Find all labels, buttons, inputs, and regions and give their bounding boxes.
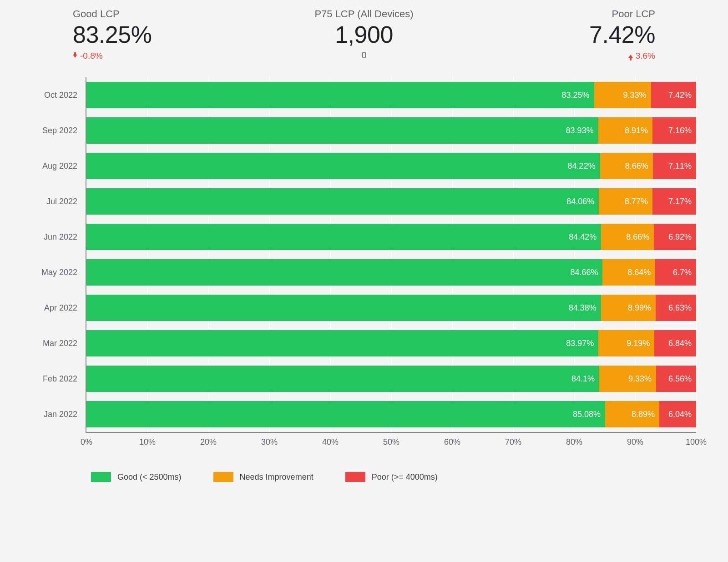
legend-label: Good (< 2500ms) xyxy=(117,472,182,482)
x-axis-tick-label: 70% xyxy=(505,437,521,447)
bar-segment-poor: 6.84% xyxy=(654,330,696,356)
legend-item-poor: Poor (>= 4000ms) xyxy=(345,472,438,482)
x-axis-tick-label: 30% xyxy=(261,437,278,447)
bar-row: 84.38%8.99%6.63% xyxy=(86,290,696,326)
stacked-bar-chart: Oct 2022Sep 2022Aug 2022Jul 2022Jun 2022… xyxy=(32,77,696,450)
plot-area: 83.25%9.33%7.42%83.93%8.91%7.16%84.22%8.… xyxy=(86,77,696,433)
stacked-bar: 83.97%9.19%6.84% xyxy=(86,330,696,356)
stacked-bar: 84.42%8.66%6.92% xyxy=(86,224,696,250)
legend-swatch-icon xyxy=(213,472,233,482)
legend-item-good: Good (< 2500ms) xyxy=(91,472,182,482)
bar-segment-good: 85.08% xyxy=(86,401,605,427)
y-axis-tick-label: Jul 2022 xyxy=(32,184,86,219)
bar-segment-needs-improvement: 8.89% xyxy=(605,401,659,427)
bar-segment-poor: 6.04% xyxy=(659,401,696,427)
bar-segment-needs-improvement: 8.91% xyxy=(598,117,652,144)
legend-swatch-icon xyxy=(345,472,365,482)
stacked-bar: 85.08%8.89%6.04% xyxy=(86,401,696,427)
bar-segment-needs-improvement: 9.33% xyxy=(594,82,651,108)
kpi-label: Good LCP xyxy=(73,8,200,20)
y-axis-tick-label: Feb 2022 xyxy=(32,361,86,396)
legend-swatch-icon xyxy=(91,472,111,482)
y-axis-tick-label: Jan 2022 xyxy=(32,396,86,432)
stacked-bar: 84.06%8.77%7.17% xyxy=(86,188,696,215)
bar-segment-poor: 7.16% xyxy=(652,117,696,144)
x-axis: 0%10%20%30%40%50%60%70%80%90%100% xyxy=(86,437,696,450)
y-axis-labels: Oct 2022Sep 2022Aug 2022Jul 2022Jun 2022… xyxy=(32,77,86,433)
bars-container: 83.25%9.33%7.42%83.93%8.91%7.16%84.22%8.… xyxy=(86,77,696,432)
bar-segment-needs-improvement: 9.19% xyxy=(598,330,654,356)
y-axis-tick-label: Mar 2022 xyxy=(32,326,86,361)
bar-segment-poor: 6.63% xyxy=(656,295,696,321)
legend-item-needs-improvement: Needs Improvement xyxy=(213,472,313,482)
stacked-bar: 83.93%8.91%7.16% xyxy=(86,117,696,144)
bar-segment-needs-improvement: 9.33% xyxy=(599,366,656,392)
bar-segment-good: 84.38% xyxy=(86,295,601,321)
bar-segment-good: 84.06% xyxy=(86,188,599,215)
kpi-poor-lcp: Poor LCP 7.42% 3.6% xyxy=(528,8,655,61)
x-axis-tick-label: 40% xyxy=(322,437,339,447)
y-axis-tick-label: May 2022 xyxy=(32,255,86,290)
bar-segment-poor: 6.92% xyxy=(654,224,696,250)
bar-segment-needs-improvement: 8.77% xyxy=(599,188,652,215)
stacked-bar: 84.66%8.64%6.7% xyxy=(86,259,696,286)
stacked-bar: 83.25%9.33%7.42% xyxy=(86,82,696,108)
arrow-up-icon xyxy=(628,55,633,58)
bar-segment-poor: 6.56% xyxy=(656,366,696,392)
x-axis-tick-label: 90% xyxy=(627,437,643,447)
stacked-bar: 84.38%8.99%6.63% xyxy=(86,295,696,321)
kpi-delta: 3.6% xyxy=(628,51,655,61)
kpi-value: 83.25% xyxy=(73,21,200,48)
x-axis-tick-label: 10% xyxy=(139,437,156,447)
kpi-subvalue: 0 xyxy=(200,50,528,60)
bar-row: 84.66%8.64%6.7% xyxy=(86,255,696,290)
bar-segment-needs-improvement: 8.66% xyxy=(600,153,653,179)
legend-label: Needs Improvement xyxy=(240,472,313,482)
bar-row: 84.42%8.66%6.92% xyxy=(86,219,696,255)
kpi-good-lcp: Good LCP 83.25% -0.8% xyxy=(73,8,200,61)
bar-row: 83.93%8.91%7.16% xyxy=(86,113,696,148)
x-axis-tick-label: 60% xyxy=(444,437,460,447)
kpi-value: 1,900 xyxy=(200,21,528,48)
x-axis-tick-label: 50% xyxy=(383,437,399,447)
kpi-value: 7.42% xyxy=(528,21,655,48)
kpi-label: P75 LCP (All Devices) xyxy=(200,8,528,20)
y-axis-tick-label: Oct 2022 xyxy=(32,77,86,113)
stacked-bar: 84.22%8.66%7.11% xyxy=(86,153,696,179)
kpi-p75-lcp: P75 LCP (All Devices) 1,900 0 xyxy=(200,8,528,61)
y-axis-tick-label: Apr 2022 xyxy=(32,290,86,326)
bar-segment-needs-improvement: 8.99% xyxy=(601,295,656,321)
legend: Good (< 2500ms) Needs Improvement Poor (… xyxy=(91,472,728,482)
kpi-row: Good LCP 83.25% -0.8% P75 LCP (All Devic… xyxy=(0,0,728,64)
kpi-delta-value: -0.8% xyxy=(80,51,103,61)
bar-segment-good: 83.25% xyxy=(86,82,594,108)
bar-segment-good: 83.97% xyxy=(86,330,598,356)
bar-row: 84.06%8.77%7.17% xyxy=(86,184,696,219)
y-axis-tick-label: Aug 2022 xyxy=(32,148,86,184)
kpi-label: Poor LCP xyxy=(528,8,655,20)
x-axis-tick-label: 0% xyxy=(81,437,92,447)
bar-segment-good: 83.93% xyxy=(86,117,598,144)
bar-segment-good: 84.1% xyxy=(86,366,599,392)
stacked-bar: 84.1%9.33%6.56% xyxy=(86,366,696,392)
bar-row: 84.1%9.33%6.56% xyxy=(86,361,696,396)
bar-segment-good: 84.66% xyxy=(86,259,602,286)
bar-segment-needs-improvement: 8.64% xyxy=(602,259,655,286)
bar-segment-needs-improvement: 8.66% xyxy=(601,224,654,250)
arrow-down-icon xyxy=(73,55,77,58)
bar-segment-poor: 7.42% xyxy=(651,82,696,108)
kpi-delta: -0.8% xyxy=(73,51,103,61)
x-axis-tick-label: 100% xyxy=(686,437,707,447)
bar-row: 85.08%8.89%6.04% xyxy=(86,396,696,432)
bar-segment-good: 84.42% xyxy=(86,224,601,250)
x-axis-tick-label: 80% xyxy=(566,437,582,447)
bar-row: 84.22%8.66%7.11% xyxy=(86,148,696,184)
bar-segment-good: 84.22% xyxy=(86,153,600,179)
y-axis-tick-label: Jun 2022 xyxy=(32,219,86,255)
bar-segment-poor: 7.17% xyxy=(652,188,696,215)
bar-segment-poor: 6.7% xyxy=(655,259,696,286)
legend-label: Poor (>= 4000ms) xyxy=(372,472,438,482)
y-axis-tick-label: Sep 2022 xyxy=(32,113,86,148)
gridline xyxy=(696,77,697,432)
x-axis-tick-label: 20% xyxy=(200,437,217,447)
